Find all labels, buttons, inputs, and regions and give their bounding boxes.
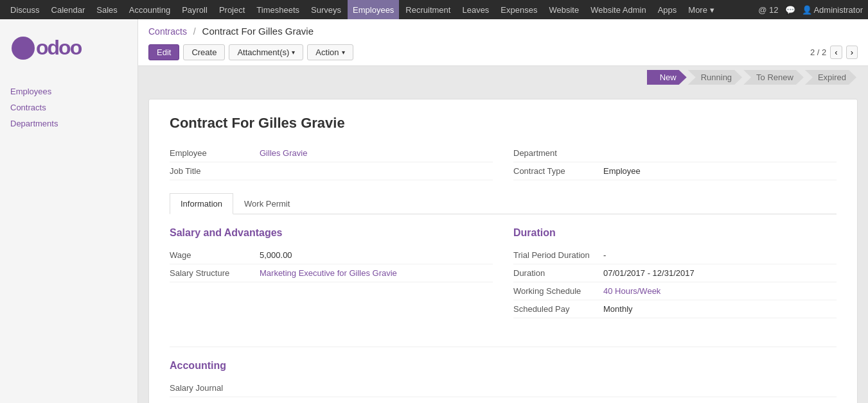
next-button[interactable]: ›	[846, 46, 858, 59]
status-bar: New Running To Renew Expired	[138, 66, 868, 89]
duration-section-title: Duration	[513, 227, 837, 239]
nav-discuss[interactable]: Discuss	[5, 0, 45, 19]
wage-field-row: Wage 5,000.00	[170, 246, 493, 264]
notification-icon[interactable]: @ 12	[758, 5, 778, 15]
accounting-section: Accounting Salary Journal	[170, 360, 837, 397]
edit-button[interactable]: Edit	[148, 44, 179, 60]
duration-value: 07/01/2017 - 12/31/2017	[603, 268, 695, 278]
nav-sales[interactable]: Sales	[91, 0, 123, 19]
nav-recruitment[interactable]: Recruitment	[400, 0, 456, 19]
working-schedule-label: Working Schedule	[513, 286, 603, 296]
top-fields: Employee Gilles Gravie Job Title Departm…	[170, 144, 837, 180]
form-area: Contract For Gilles Gravie Employee Gill…	[138, 89, 868, 403]
tab-work-permit[interactable]: Work Permit	[233, 193, 301, 214]
salary-structure-field-row: Salary Structure Marketing Executive for…	[170, 264, 493, 282]
pagination-area: 2 / 2 ‹ ›	[810, 46, 858, 59]
toolbar: Edit Create Attachment(s) ▾ Action ▾ 2 /…	[148, 40, 858, 65]
salary-structure-value[interactable]: Marketing Executive for Gilles Gravie	[260, 268, 397, 278]
form-card: Contract For Gilles Gravie Employee Gill…	[148, 99, 858, 403]
sidebar-menu: Employees Contracts Departments	[0, 83, 137, 132]
odoo-logo: odoo	[10, 32, 87, 71]
nav-website[interactable]: Website	[544, 0, 584, 19]
trial-period-label: Trial Period Duration	[513, 250, 603, 260]
wage-value: 5,000.00	[260, 250, 292, 260]
sidebar-item-departments[interactable]: Departments	[5, 116, 132, 132]
working-schedule-value[interactable]: 40 Hours/Week	[603, 286, 660, 296]
trial-period-field-row: Trial Period Duration -	[513, 246, 837, 264]
action-dropdown-arrow: ▾	[342, 49, 345, 56]
status-new[interactable]: New	[647, 70, 687, 85]
employee-field-row: Employee Gilles Gravie	[170, 144, 493, 162]
svg-point-0	[12, 37, 35, 60]
user-menu[interactable]: 👤 Administrator	[802, 5, 863, 15]
nav-more[interactable]: More ▾	[683, 0, 719, 19]
pagination-text: 2 / 2	[810, 47, 826, 57]
nav-accounting[interactable]: Accounting	[124, 0, 175, 19]
breadcrumb-contracts[interactable]: Contracts	[148, 26, 187, 37]
attachments-dropdown-arrow: ▾	[292, 49, 295, 56]
nav-website-admin[interactable]: Website Admin	[585, 0, 651, 19]
nav-apps[interactable]: Apps	[653, 0, 682, 19]
nav-payroll[interactable]: Payroll	[177, 0, 213, 19]
contract-type-label: Contract Type	[513, 166, 603, 176]
job-title-label: Job Title	[170, 166, 260, 176]
contract-type-field-row: Contract Type Employee	[513, 162, 837, 180]
salary-journal-label: Salary Journal	[170, 383, 260, 393]
trial-period-value: -	[603, 250, 606, 260]
salary-journal-field-row: Salary Journal	[170, 379, 837, 397]
working-schedule-field-row: Working Schedule 40 Hours/Week	[513, 282, 837, 300]
duration-section: Duration Trial Period Duration - Duratio…	[513, 227, 837, 318]
duration-field-row: Duration 07/01/2017 - 12/31/2017	[513, 264, 837, 282]
status-running[interactable]: Running	[688, 70, 742, 85]
breadcrumb-separator: /	[193, 26, 196, 37]
salary-structure-label: Salary Structure	[170, 268, 260, 278]
scheduled-pay-value: Monthly	[603, 304, 633, 314]
svg-text:odoo: odoo	[36, 36, 82, 59]
scheduled-pay-label: Scheduled Pay	[513, 304, 603, 314]
employee-label: Employee	[170, 148, 260, 158]
scheduled-pay-field-row: Scheduled Pay Monthly	[513, 300, 837, 318]
tab-information[interactable]: Information	[170, 193, 233, 214]
form-title: Contract For Gilles Gravie	[170, 115, 837, 132]
salary-section: Salary and Advantages Wage 5,000.00 Sala…	[170, 227, 493, 318]
breadcrumb: Contracts / Contract For Gilles Gravie	[148, 19, 858, 40]
accounting-section-title: Accounting	[170, 360, 837, 372]
action-button[interactable]: Action ▾	[307, 44, 353, 60]
sidebar: odoo Employees Contracts Departments	[0, 19, 138, 403]
main-content: Contracts / Contract For Gilles Gravie E…	[138, 19, 868, 403]
contract-type-value: Employee	[603, 166, 641, 176]
nav-surveys[interactable]: Surveys	[306, 0, 346, 19]
department-field-row: Department	[513, 144, 837, 162]
salary-section-title: Salary and Advantages	[170, 227, 493, 239]
nav-timesheets[interactable]: Timesheets	[251, 0, 305, 19]
status-expired[interactable]: Expired	[805, 70, 856, 85]
nav-employees[interactable]: Employees	[348, 0, 399, 19]
chat-icon[interactable]: 💬	[785, 5, 795, 15]
department-label: Department	[513, 148, 603, 158]
content-header: Contracts / Contract For Gilles Gravie E…	[138, 19, 868, 66]
wage-label: Wage	[170, 250, 260, 260]
breadcrumb-current: Contract For Gilles Gravie	[202, 26, 314, 37]
nav-expenses[interactable]: Expenses	[495, 0, 542, 19]
nav-calendar[interactable]: Calendar	[46, 0, 91, 19]
tab-content: Salary and Advantages Wage 5,000.00 Sala…	[170, 227, 837, 334]
tab-bar: Information Work Permit	[170, 193, 837, 214]
attachments-button[interactable]: Attachment(s) ▾	[229, 44, 303, 60]
employee-field-group: Employee Gilles Gravie Job Title	[170, 144, 493, 180]
top-navigation: Discuss Calendar Sales Accounting Payrol…	[0, 0, 868, 19]
create-button[interactable]: Create	[183, 44, 225, 60]
right-fields-group: Department Contract Type Employee	[513, 144, 837, 180]
sidebar-item-employees[interactable]: Employees	[5, 83, 132, 99]
divider	[170, 347, 837, 347]
top-nav-right: @ 12 💬 👤 Administrator	[758, 5, 863, 15]
employee-value[interactable]: Gilles Gravie	[260, 148, 307, 158]
job-title-field-row: Job Title	[170, 162, 493, 180]
status-to-renew[interactable]: To Renew	[743, 70, 804, 85]
logo: odoo	[0, 19, 137, 83]
prev-button[interactable]: ‹	[830, 46, 842, 59]
duration-label: Duration	[513, 268, 603, 278]
nav-leaves[interactable]: Leaves	[457, 0, 494, 19]
nav-project[interactable]: Project	[214, 0, 250, 19]
sidebar-item-contracts[interactable]: Contracts	[5, 99, 132, 116]
